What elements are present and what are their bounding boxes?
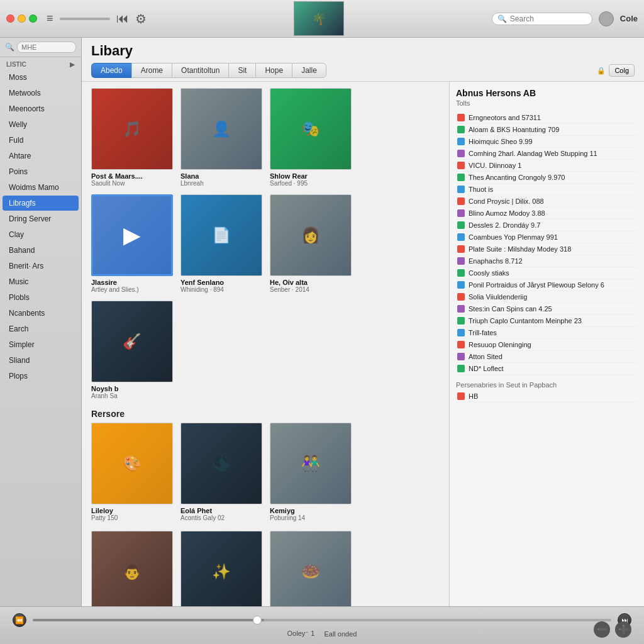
sidebar: 🔍 listic ▶ MossMetwoolsMeenoortsWellyFul…	[0, 38, 82, 606]
sidebar-section-chevron[interactable]: ▶	[70, 61, 75, 68]
album-title-nhariones: Eolá Phet	[180, 507, 262, 514]
album-card-suoies[interactable]: 🍩SuoiesFonig 14	[270, 531, 352, 606]
track-item-t10[interactable]: Dessles 2. Drondáy 9.7	[456, 219, 638, 231]
search-area[interactable]: 🔍	[492, 13, 592, 25]
album-sub-anner-mich-bos: Sarfoed · 995	[270, 180, 352, 187]
sidebar-item-ahtare[interactable]: Ahtare	[3, 148, 79, 164]
sidebar-search-area: 🔍	[0, 38, 81, 57]
track-name-t20: Resuuop Oleninging	[469, 341, 636, 348]
track-name-t8: Cond Proysic | Dilix. 088	[469, 197, 636, 205]
track-item-t21[interactable]: Atton Sited	[456, 351, 638, 363]
sidebar-item-welly[interactable]: Welly	[3, 117, 79, 132]
sidebar-search-input[interactable]	[17, 42, 76, 53]
vol-up-button[interactable]: ➕	[615, 621, 631, 638]
sidebar-item-earch[interactable]: Earch	[3, 321, 79, 336]
tab-otantitoltun[interactable]: Otantitoltun	[172, 63, 228, 78]
album-card-moon-ovel[interactable]: 🎵Post & Maars....Saoulit Now	[91, 88, 173, 187]
track-item-t8[interactable]: Cond Proysic | Dilix. 088	[456, 196, 638, 208]
adjust-icon[interactable]: ⚙	[135, 11, 147, 26]
tab-abedo[interactable]: Abedo	[91, 63, 131, 78]
volume-slider[interactable]	[60, 18, 110, 20]
sidebar-item-simpler[interactable]: Simpler	[3, 337, 79, 352]
album-thumb[interactable]: 🌴 The Coconut St Rubond	[294, 1, 344, 36]
track-item-t1[interactable]: Erngneotors and 57311	[456, 112, 638, 124]
album-card-yenf-senlano[interactable]: 📄Yenf SenlanoWhiniding · 894	[180, 194, 262, 293]
track-item-t4[interactable]: Comhing 2harl. Alandag Web Stupping 11	[456, 148, 638, 160]
album-title-no-ion-stig: Kemiyg	[270, 507, 352, 514]
track-item-t22[interactable]: ND* Loflect	[456, 363, 638, 375]
tab-sit[interactable]: Sit	[228, 63, 255, 78]
close-button[interactable]	[6, 14, 14, 23]
progress-thumb[interactable]	[253, 616, 262, 625]
track-icon-t17	[457, 305, 465, 313]
album-card-noysh[interactable]: 🎸Noysh bAranh Sa	[91, 301, 173, 399]
search-input[interactable]	[510, 14, 586, 23]
album-title-noysh: Noysh b	[91, 385, 173, 392]
sidebar-item-meenoorts[interactable]: Meenoorts	[3, 101, 79, 116]
album-card-jlassire[interactable]: ▶▶JlassireArtley and Slies.)	[91, 194, 173, 293]
track-name-t12: Plate Suite : Milshday Modey 318	[469, 245, 636, 253]
album-card-anner-mich-bos[interactable]: 🎭Shlow RearSarfoed · 995	[270, 88, 352, 187]
sort-button[interactable]: Colg	[609, 64, 635, 77]
track-item-t6[interactable]: Thes Ancanting Crongoly 9.970	[456, 172, 638, 184]
album-card-stnitell-poso[interactable]: ✨Stnitell Poso...Party 13	[180, 531, 262, 606]
album-card-the-cio-lev[interactable]: 👨The Cio Lev...Patly 19	[91, 531, 173, 606]
sidebar-item-poins[interactable]: Poins	[3, 164, 79, 179]
track-icon-t10	[457, 221, 465, 229]
track-item-t2[interactable]: Aloam & BKS Hoantuting 709	[456, 124, 638, 136]
sidebar-item-ncanbents[interactable]: Ncanbents	[3, 306, 79, 321]
prev-button[interactable]: ⏪	[13, 613, 26, 627]
sidebar-item-woidms-mamo[interactable]: Woidms Mamo	[3, 180, 79, 195]
album-card-no-ion-stig[interactable]: 👫KemiygPoburiing 14	[270, 423, 352, 521]
main-layout: 🔍 listic ▶ MossMetwoolsMeenoortsWellyFul…	[0, 38, 644, 606]
sidebar-item-bnerit-ars[interactable]: Bnerit· Ars	[3, 258, 79, 274]
sidebar-item-dring-server[interactable]: Dring Server	[3, 211, 79, 226]
sidebar-item-libragfs[interactable]: Libragfs	[3, 196, 79, 211]
track-item-t3[interactable]: Hioimquic Sheo 9.99	[456, 136, 638, 148]
track-item-t7[interactable]: Thuot is	[456, 184, 638, 196]
album-cover-yenf-senlano: 📄	[180, 194, 262, 276]
track-item-t19[interactable]: Trill-fates	[456, 327, 638, 339]
sidebar-item-fuld[interactable]: Fuld	[3, 133, 79, 148]
album-card-mae-ldaning-and[interactable]: 🎨LileloyPatty 150	[91, 423, 173, 521]
track-item-t18[interactable]: Triuph Caplo Cuntantom Meinphe 23	[456, 315, 638, 327]
track-icon-t2	[457, 126, 465, 133]
album-cover-anner-mich-bos: 🎭	[270, 88, 352, 170]
track-item-t16[interactable]: Solia Viiuldenderiig	[456, 291, 638, 303]
sidebar-item-bahand[interactable]: Bahand	[3, 243, 79, 258]
track-item-t11[interactable]: Coambues Yop Plenmay 991	[456, 231, 638, 243]
maximize-button[interactable]	[29, 14, 37, 23]
track-item-t13[interactable]: Enaphachs 8.712	[456, 255, 638, 267]
vol-down-button[interactable]: ➖	[594, 621, 610, 638]
album-card-slana[interactable]: 👤SlanaLbnreah	[180, 88, 262, 187]
track-item-t17[interactable]: Stes:in Can Spins can 4.25	[456, 303, 638, 315]
sidebar-item-clay[interactable]: Clay	[3, 227, 79, 242]
album-cover-mae-ldaning-and: 🎨	[91, 423, 173, 504]
sidebar-item-plops[interactable]: Plops	[3, 369, 79, 384]
track-name-t17: Stes:in Can Spins can 4.25	[469, 305, 636, 313]
menu-icon[interactable]: ≡	[47, 12, 53, 25]
track-item-t5[interactable]: VICU. Diinnoay 1	[456, 160, 638, 172]
progress-track[interactable]	[33, 619, 611, 621]
track-item-t14[interactable]: Coosly stiaks	[456, 267, 638, 279]
album-card-nhariones[interactable]: 🌑Eolá PhetAcontis Galy 02	[180, 423, 262, 521]
tab-hope[interactable]: Hope	[255, 63, 292, 78]
sidebar-item-metwools[interactable]: Metwools	[3, 86, 79, 101]
track-item-t20[interactable]: Resuuop Oleninging	[456, 339, 638, 351]
track-name-t22: ND* Loflect	[469, 365, 636, 372]
track-name-t14: Coosly stiaks	[469, 269, 636, 277]
sidebar-item-moss[interactable]: Moss	[3, 70, 79, 85]
album-card-misidre[interactable]: 👩He, Oiv altaSenber · 2014	[270, 194, 352, 293]
rewind-icon[interactable]: ⏮	[116, 11, 129, 26]
panel-title: Abnus Hersons AB	[456, 88, 638, 98]
minimize-button[interactable]	[18, 14, 26, 23]
track-item-t15[interactable]: Ponil Portraidus of Jåryst Pliewoup Selo…	[456, 279, 638, 291]
track-name-t9: Blino Aumoz Modoy 3.88	[469, 209, 636, 217]
sidebar-item-sliand[interactable]: Sliand	[3, 353, 79, 368]
tab-arome[interactable]: Arome	[131, 63, 172, 78]
sidebar-item-plobls[interactable]: Plobls	[3, 290, 79, 305]
sidebar-item-music[interactable]: Music	[3, 274, 79, 289]
track-item-t9[interactable]: Blino Aumoz Modoy 3.88	[456, 208, 638, 219]
track-item-t12[interactable]: Plate Suite : Milshday Modey 318	[456, 243, 638, 255]
tab-jalle[interactable]: Jalle	[292, 63, 326, 78]
